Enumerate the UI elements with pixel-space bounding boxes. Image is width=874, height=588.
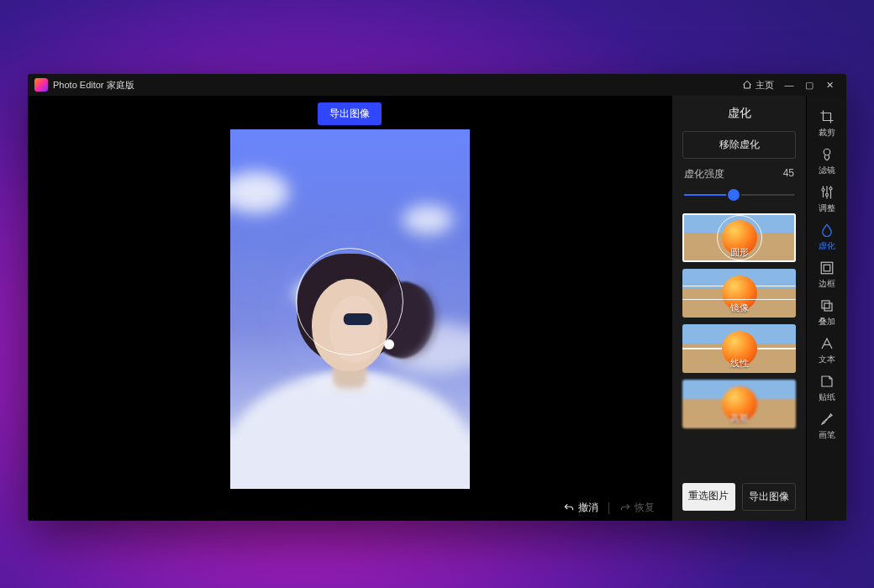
svg-rect-4: [821, 262, 833, 274]
tool-label: 边框: [819, 278, 835, 290]
preset-label: 线性: [682, 357, 796, 370]
adjust-icon: [819, 185, 835, 200]
blur-mask: [230, 129, 470, 489]
cloud-decoration: [386, 323, 470, 373]
frame-icon: [819, 260, 835, 276]
export-button-top[interactable]: 导出图像: [318, 102, 382, 125]
slider-thumb[interactable]: [728, 189, 740, 201]
blur-strength-block: 虚化强度 45: [672, 167, 806, 210]
tool-sticker[interactable]: 贴纸: [807, 367, 847, 405]
options-panel: 虚化 移除虚化 虚化强度 45 圆形镜像线性高斯 重选图片 导出图像: [671, 96, 806, 521]
tool-label: 文本: [819, 354, 835, 365]
panel-footer: 重选图片 导出图像: [672, 475, 806, 521]
blur-focus-handle[interactable]: [384, 339, 394, 349]
canvas-area: 导出图像: [28, 96, 671, 521]
panel-title: 虚化: [672, 96, 806, 129]
export-button-panel[interactable]: 导出图像: [742, 483, 797, 511]
tool-rail: 裁剪滤镜调整虚化边框叠加文本贴纸画笔: [806, 96, 846, 521]
app-title: Photo Editor 家庭版: [53, 79, 134, 92]
tool-label: 画笔: [819, 429, 835, 441]
blur-strength-slider[interactable]: [684, 188, 794, 202]
close-button[interactable]: ✕: [819, 76, 840, 93]
close-icon: ✕: [826, 80, 834, 91]
blur-focus-ring[interactable]: [296, 248, 403, 355]
preset-label: 高斯: [682, 412, 796, 425]
tool-filter[interactable]: 滤镜: [807, 140, 847, 178]
brush-icon: [819, 412, 835, 427]
photo-preview[interactable]: [230, 129, 470, 489]
sticker-icon: [819, 374, 835, 389]
svg-point-2: [825, 194, 828, 197]
svg-point-1: [822, 189, 824, 192]
preset-mirror[interactable]: 镜像: [682, 269, 796, 318]
remove-blur-button[interactable]: 移除虚化: [682, 131, 796, 159]
cloud-decoration: [403, 205, 453, 234]
preset-label: 镜像: [682, 302, 796, 314]
home-label: 主页: [756, 79, 774, 92]
app-logo-icon: [34, 78, 48, 92]
preset-round[interactable]: 圆形: [682, 213, 796, 262]
tool-brush[interactable]: 画笔: [807, 405, 847, 443]
text-icon: [819, 336, 835, 351]
maximize-icon: ▢: [805, 80, 813, 91]
minimize-button[interactable]: —: [779, 76, 799, 93]
filter-icon: [819, 147, 835, 162]
undo-icon: [563, 502, 575, 514]
cloud-decoration: [230, 171, 289, 213]
svg-rect-5: [824, 265, 830, 271]
tool-text[interactable]: 文本: [807, 329, 847, 367]
tool-adjust[interactable]: 调整: [807, 178, 847, 216]
tool-label: 滤镜: [819, 165, 835, 176]
svg-rect-6: [822, 301, 829, 308]
tool-crop[interactable]: 裁剪: [807, 102, 847, 140]
slider-value: 45: [783, 167, 794, 181]
slider-label: 虚化强度: [684, 167, 724, 181]
redo-button[interactable]: 恢复: [614, 497, 660, 518]
home-button[interactable]: 主页: [742, 79, 774, 92]
tool-frame[interactable]: 边框: [807, 254, 847, 291]
tool-blur[interactable]: 虚化: [807, 216, 847, 254]
overlay-icon: [819, 298, 835, 313]
svg-point-0: [824, 149, 830, 155]
reselect-image-button[interactable]: 重选图片: [682, 483, 735, 511]
tool-label: 虚化: [819, 240, 835, 252]
preset-gauss[interactable]: 高斯: [682, 380, 796, 428]
subject: [240, 270, 459, 489]
app-body: 导出图像: [28, 96, 846, 521]
svg-rect-7: [824, 303, 832, 311]
blur-icon: [819, 223, 835, 238]
preset-label: 圆形: [682, 246, 796, 259]
tool-label: 叠加: [819, 316, 835, 328]
cloud-decoration: [293, 281, 335, 306]
redo-label: 恢复: [634, 501, 655, 515]
svg-point-3: [829, 187, 832, 190]
maximize-button[interactable]: ▢: [799, 76, 819, 93]
home-icon: [742, 80, 752, 90]
history-controls: 撤消 恢复: [28, 497, 671, 521]
redo-icon: [619, 502, 631, 514]
tool-label: 裁剪: [819, 127, 835, 139]
tool-label: 贴纸: [819, 391, 835, 403]
title-bar: Photo Editor 家庭版 主页 — ▢ ✕: [28, 74, 846, 96]
crop-icon: [819, 109, 835, 124]
undo-button[interactable]: 撤消: [558, 497, 603, 518]
app-window: Photo Editor 家庭版 主页 — ▢ ✕ 导出图像: [28, 74, 846, 521]
stage: [28, 96, 671, 497]
minimize-icon: —: [785, 80, 794, 90]
undo-label: 撤消: [578, 501, 598, 515]
tool-label: 调整: [819, 202, 835, 214]
tool-overlay[interactable]: 叠加: [807, 291, 847, 329]
preset-linear[interactable]: 线性: [682, 324, 796, 373]
separator: [608, 502, 609, 514]
blur-presets: 圆形镜像线性高斯: [672, 210, 806, 475]
